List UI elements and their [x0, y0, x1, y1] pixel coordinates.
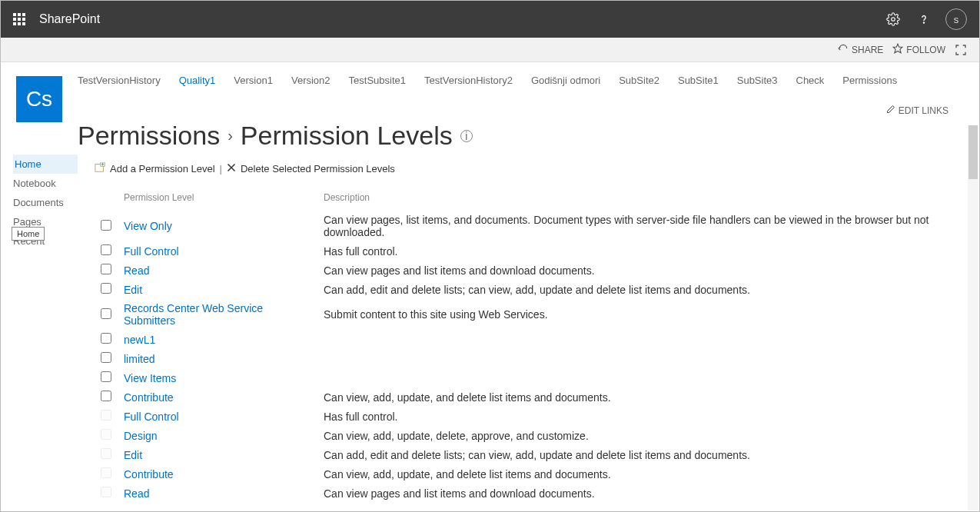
- edit-links-label: EDIT LINKS: [899, 105, 948, 116]
- add-permission-level-button[interactable]: Add a Permission Level: [110, 163, 215, 175]
- row-checkbox[interactable]: [101, 283, 111, 294]
- row-checkbox[interactable]: [101, 264, 111, 274]
- col-header-level: Permission Level: [118, 189, 317, 211]
- top-nav-item[interactable]: Version2: [291, 75, 331, 86]
- svg-rect-3: [13, 18, 16, 21]
- permission-description: Can view pages and list items and downlo…: [317, 484, 956, 503]
- permission-level-link[interactable]: View Only: [124, 220, 172, 232]
- delete-icon: [227, 163, 236, 175]
- permission-description: Can view pages, list items, and document…: [317, 211, 956, 241]
- table-row: ContributeCan view, add, update, and del…: [95, 387, 956, 407]
- pencil-icon: [886, 105, 895, 116]
- ribbon-bar: SHARE FOLLOW: [1, 38, 979, 62]
- permission-level-link[interactable]: Full Control: [124, 411, 179, 423]
- table-row: EditCan add, edit and delete lists; can …: [95, 280, 956, 299]
- user-avatar[interactable]: s: [945, 8, 967, 30]
- share-icon: [838, 43, 849, 56]
- site-logo[interactable]: Cs: [16, 76, 62, 122]
- focus-icon[interactable]: [955, 44, 967, 56]
- help-icon[interactable]: [909, 1, 939, 38]
- row-checkbox[interactable]: [101, 391, 111, 401]
- top-nav-item[interactable]: Check: [796, 75, 825, 86]
- permission-level-link[interactable]: Records Center Web Service Submitters: [124, 302, 263, 327]
- svg-point-9: [892, 18, 895, 22]
- permission-level-link[interactable]: Design: [124, 430, 158, 442]
- svg-rect-7: [18, 22, 21, 25]
- permission-level-link[interactable]: Contribute: [124, 391, 174, 404]
- row-checkbox[interactable]: [101, 371, 111, 382]
- top-nav-item[interactable]: TestSubsite1: [349, 75, 406, 86]
- table-row: EditCan add, edit and delete lists; can …: [95, 445, 956, 464]
- row-checkbox[interactable]: [101, 244, 111, 255]
- row-checkbox[interactable]: [101, 308, 111, 319]
- svg-rect-8: [22, 22, 25, 25]
- edit-links-button[interactable]: EDIT LINKS: [886, 105, 948, 116]
- row-checkbox[interactable]: [101, 352, 111, 363]
- top-nav-item[interactable]: Godišnji odmori: [531, 75, 600, 86]
- top-nav-item[interactable]: Version1: [234, 75, 273, 86]
- table-row: Records Center Web Service SubmittersSub…: [95, 299, 956, 330]
- toolbar: Add a Permission Level | Delete Selected…: [95, 162, 956, 175]
- page-title-current: Permission Levels: [241, 121, 453, 151]
- breadcrumb-permissions[interactable]: Permissions: [78, 121, 220, 151]
- app-launcher-icon[interactable]: [7, 7, 32, 32]
- scrollbar-thumb[interactable]: [968, 125, 978, 179]
- table-row: newL1: [95, 330, 956, 349]
- svg-rect-0: [13, 13, 16, 16]
- table-row: ReadCan view pages and list items and do…: [95, 484, 956, 503]
- permission-level-link[interactable]: Read: [124, 264, 149, 277]
- top-nav-item[interactable]: Quality1: [179, 75, 216, 86]
- left-nav-item[interactable]: Notebook: [13, 174, 78, 193]
- svg-rect-1: [18, 13, 21, 16]
- share-label: SHARE: [852, 45, 883, 55]
- permission-level-link[interactable]: limited: [124, 353, 154, 365]
- top-nav-item[interactable]: SubSite1: [678, 75, 719, 86]
- top-nav-item[interactable]: SubSite3: [737, 75, 778, 86]
- top-nav: TestVersionHistoryQuality1Version1Versio…: [78, 75, 979, 116]
- table-row: limited: [95, 349, 956, 368]
- brand-label[interactable]: SharePoint: [39, 12, 100, 26]
- permission-description: Can add, edit and delete lists; can view…: [317, 445, 956, 464]
- row-checkbox: [101, 467, 111, 478]
- row-checkbox: [101, 410, 111, 421]
- suite-bar: SharePoint s: [1, 1, 979, 38]
- star-icon: [892, 43, 903, 56]
- permission-level-link[interactable]: Edit: [124, 449, 142, 461]
- permission-level-link[interactable]: Read: [124, 487, 149, 500]
- svg-rect-5: [22, 18, 25, 21]
- follow-label: FOLLOW: [906, 45, 945, 55]
- permission-description: [317, 330, 956, 349]
- permission-level-link[interactable]: newL1: [124, 334, 155, 346]
- add-level-icon: [95, 162, 105, 175]
- permission-description: Has full control.: [317, 241, 956, 261]
- row-checkbox: [101, 487, 111, 497]
- left-nav-item[interactable]: Home: [13, 155, 78, 174]
- permission-level-link[interactable]: Contribute: [124, 468, 174, 480]
- svg-rect-2: [22, 13, 25, 16]
- settings-gear-icon[interactable]: [878, 1, 909, 38]
- permission-level-link[interactable]: View Items: [124, 372, 176, 384]
- info-icon[interactable]: i: [460, 130, 473, 142]
- permission-description: Can view, add, update, and delete list i…: [317, 464, 956, 484]
- share-button[interactable]: SHARE: [838, 43, 883, 56]
- permission-level-link[interactable]: Full Control: [124, 245, 179, 258]
- top-nav-item[interactable]: Permissions: [842, 75, 897, 86]
- top-nav-item[interactable]: SubSite2: [619, 75, 659, 86]
- delete-permission-levels-button[interactable]: Delete Selected Permission Levels: [241, 163, 395, 175]
- col-header-description: Description: [317, 189, 956, 211]
- top-nav-item[interactable]: TestVersionHistory: [78, 75, 161, 86]
- left-nav-item[interactable]: Documents: [13, 193, 78, 212]
- top-nav-item[interactable]: TestVersionHistory2: [424, 75, 513, 86]
- tooltip-home: Home: [12, 227, 45, 241]
- permission-level-link[interactable]: Edit: [124, 284, 142, 296]
- permission-description: [317, 368, 956, 387]
- permission-description: Can view pages and list items and downlo…: [317, 261, 956, 280]
- table-row: DesignCan view, add, update, delete, app…: [95, 426, 956, 445]
- row-checkbox[interactable]: [101, 220, 111, 231]
- chevron-right-icon: ›: [228, 127, 233, 145]
- table-row: View OnlyCan view pages, list items, and…: [95, 211, 956, 241]
- vertical-scrollbar[interactable]: [968, 125, 978, 510]
- permission-description: Submit content to this site using Web Se…: [317, 299, 956, 330]
- follow-button[interactable]: FOLLOW: [892, 43, 945, 56]
- row-checkbox[interactable]: [101, 333, 111, 344]
